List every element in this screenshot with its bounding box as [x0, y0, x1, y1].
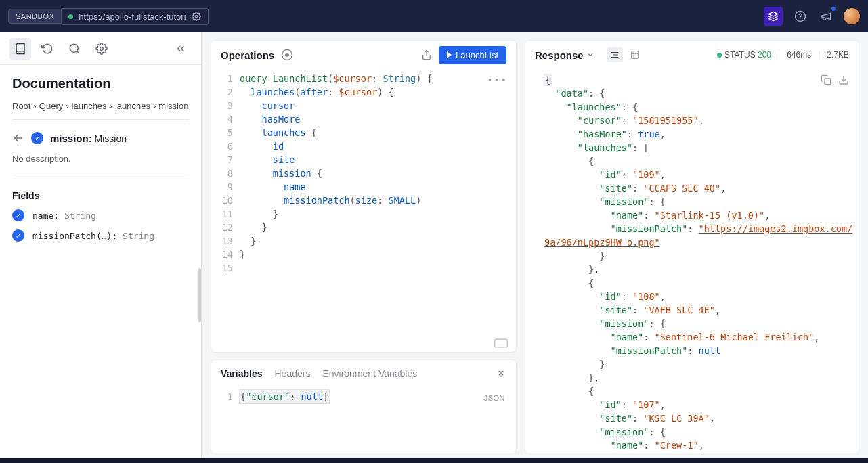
crumb[interactable]: Root	[12, 101, 30, 111]
run-label: LaunchList	[456, 50, 498, 60]
collapse-variables-icon[interactable]	[496, 368, 506, 379]
svg-rect-24	[825, 79, 831, 85]
connection-status-dot	[68, 14, 73, 19]
response-title[interactable]: Response	[535, 49, 594, 61]
sidebar-toolbar	[0, 32, 201, 65]
status-label: STATUS 200	[717, 50, 771, 60]
play-icon	[447, 51, 452, 58]
tab-variables[interactable]: Variables	[221, 368, 263, 379]
field-row[interactable]: ✓ name: String	[12, 209, 189, 221]
sandbox-badge: SANDBOX	[8, 9, 62, 24]
sidebar: Documentation Root› Query› launches› lau…	[0, 32, 202, 458]
breadcrumb[interactable]: Root› Query› launches› launches› mission	[12, 101, 189, 120]
layers-icon[interactable]	[764, 7, 783, 26]
view-table-icon[interactable]	[627, 47, 643, 62]
crumb[interactable]: Query	[39, 101, 63, 111]
svg-marker-1	[768, 12, 777, 16]
tab-headers[interactable]: Headers	[275, 368, 311, 379]
type-name: mission: Mission	[50, 133, 127, 144]
url-text: https://apollo-fullstack-tutori	[79, 12, 186, 22]
back-arrow-icon[interactable]	[12, 132, 24, 144]
json-badge: JSON	[484, 394, 505, 402]
crumb[interactable]: mission	[158, 101, 188, 111]
line-gutter: 123456789101112131415	[211, 69, 240, 352]
history-tab-icon[interactable]	[37, 38, 58, 60]
query-editor[interactable]: 123456789101112131415 query LaunchList($…	[211, 69, 516, 352]
keyboard-icon[interactable]	[494, 338, 508, 348]
operations-panel: Operations LaunchList	[211, 41, 516, 352]
operations-title: Operations	[221, 49, 274, 61]
settings-tab-icon[interactable]	[91, 38, 112, 60]
field-row[interactable]: ✓ missionPatch(…): String	[12, 229, 189, 242]
topbar: SANDBOX https://apollo-fullstack-tutori	[0, 0, 868, 32]
announcements-icon[interactable]	[818, 8, 834, 24]
tab-env-variables[interactable]: Environment Variables	[322, 368, 417, 379]
svg-point-4	[70, 44, 78, 52]
query-code[interactable]: query LaunchList($cursor: String) { laun…	[240, 69, 439, 352]
fields-heading: Fields	[12, 190, 189, 201]
notification-dot	[831, 7, 836, 11]
crumb[interactable]: launches	[72, 101, 107, 111]
response-panel: Response STATUS 200 | 646ms | 2.7	[525, 41, 859, 454]
view-json-icon[interactable]	[607, 47, 623, 62]
editor-menu-icon[interactable]: •••	[487, 73, 508, 87]
check-badge-icon: ✓	[12, 229, 24, 242]
variables-editor[interactable]: 1 {"cursor": null}	[211, 387, 516, 454]
svg-line-5	[77, 51, 79, 53]
scrollbar[interactable]	[198, 268, 201, 322]
check-badge-icon: ✓	[31, 132, 43, 144]
url-input[interactable]: https://apollo-fullstack-tutori	[62, 8, 208, 25]
share-icon[interactable]	[421, 49, 432, 60]
docs-tab-icon[interactable]	[9, 38, 31, 60]
check-badge-icon: ✓	[12, 209, 24, 221]
run-button[interactable]: LaunchList	[439, 46, 506, 64]
response-size: 2.7KB	[827, 50, 849, 60]
collapse-sidebar-icon[interactable]	[170, 38, 192, 60]
bottom-strip	[0, 458, 868, 463]
download-icon[interactable]	[838, 74, 849, 85]
response-time: 646ms	[787, 50, 811, 60]
svg-rect-21	[631, 51, 638, 59]
settings-icon[interactable]	[192, 12, 201, 21]
documentation-title: Documentation	[12, 76, 189, 91]
crumb[interactable]: launches	[115, 101, 150, 111]
help-icon[interactable]	[792, 8, 808, 24]
svg-rect-12	[495, 339, 507, 347]
chevron-down-icon	[586, 51, 594, 59]
avatar[interactable]	[844, 8, 860, 24]
svg-point-6	[100, 47, 104, 50]
search-tab-icon[interactable]	[64, 38, 85, 60]
svg-point-0	[195, 15, 198, 18]
copy-icon[interactable]	[821, 74, 831, 85]
response-body[interactable]: { "data": { "launches": { "cursor": "158…	[525, 69, 859, 454]
no-description-text: No description.	[12, 154, 189, 175]
variables-panel: Variables Headers Environment Variables …	[211, 360, 516, 454]
add-operation-icon[interactable]	[281, 49, 293, 61]
